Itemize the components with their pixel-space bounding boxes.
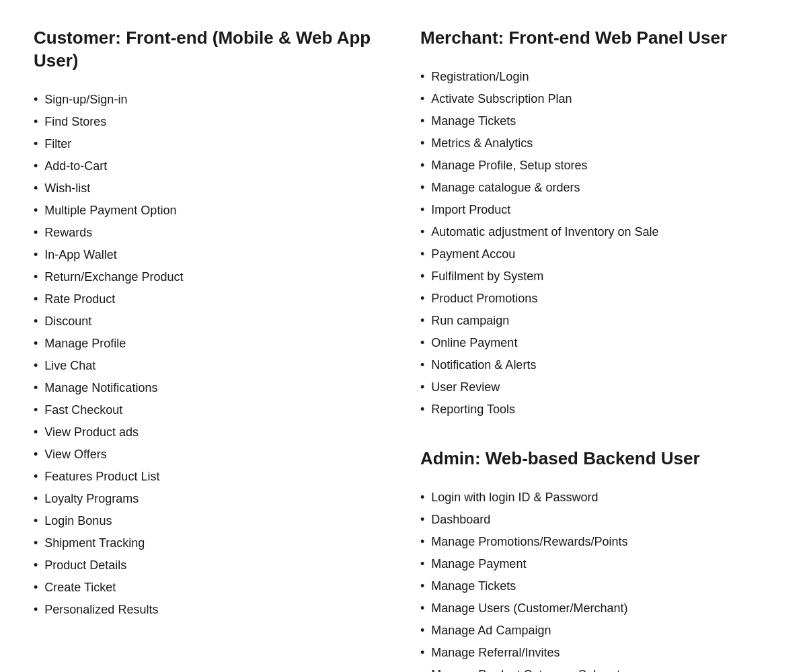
item-text: Return/Exchange Product [44, 268, 183, 286]
list-item: •Features Product List [34, 466, 387, 488]
list-item: •Sign-up/Sign-in [34, 89, 387, 111]
bullet-icon: • [420, 334, 424, 352]
bullet-icon: • [34, 312, 38, 331]
bullet-icon: • [420, 644, 424, 662]
item-text: Personalized Results [44, 601, 158, 619]
item-text: View Offers [44, 446, 106, 464]
bullet-icon: • [34, 246, 38, 264]
item-text: View Product ads [44, 423, 139, 442]
item-text: Find Stores [44, 113, 106, 131]
item-text: Manage Profile [44, 335, 126, 353]
list-item: •Payment Accou [420, 243, 773, 265]
list-item: •Loyalty Programs [34, 488, 387, 510]
bullet-icon: • [34, 534, 38, 552]
item-text: Import Product [431, 201, 510, 219]
item-text: Registration/Login [431, 68, 529, 86]
list-item: •Manage Payment [420, 553, 773, 575]
item-text: Fast Checkout [44, 401, 122, 419]
list-item: •Live Chat [34, 355, 387, 377]
list-item: •Wish-list [34, 177, 387, 200]
merchant-title: Merchant: Front-end Web Panel User [420, 27, 773, 50]
list-item: •Registration/Login [420, 66, 773, 88]
bullet-icon: • [420, 401, 424, 419]
bullet-icon: • [34, 290, 38, 308]
bullet-icon: • [34, 91, 38, 109]
bullet-icon: • [420, 267, 424, 286]
list-item: •Filter [34, 133, 387, 155]
list-item: •Manage Referral/Invites [420, 642, 773, 664]
bullet-icon: • [34, 202, 38, 220]
bullet-icon: • [420, 577, 424, 595]
bullet-icon: • [34, 468, 38, 486]
merchant-admin-column: Merchant: Front-end Web Panel User •Regi… [407, 27, 773, 672]
item-text: Add-to-Cart [44, 157, 107, 175]
list-item: •Rate Product [34, 288, 387, 310]
bullet-icon: • [34, 113, 38, 131]
bullet-icon: • [34, 512, 38, 530]
item-text: Metrics & Analytics [431, 134, 533, 153]
bullet-icon: • [34, 135, 38, 153]
list-item: •In-App Wallet [34, 244, 387, 266]
merchant-feature-list: •Registration/Login•Activate Subscriptio… [420, 66, 773, 421]
item-text: Multiple Payment Option [44, 202, 176, 220]
list-item: •Shipment Tracking [34, 532, 387, 554]
list-item: •Manage Tickets [420, 575, 773, 597]
item-text: Fulfilment by System [431, 267, 543, 286]
bullet-icon: • [420, 533, 424, 551]
item-text: Rate Product [44, 290, 115, 308]
bullet-icon: • [420, 68, 424, 86]
list-item: •Manage Profile [34, 333, 387, 355]
list-item: •Dashboard [420, 509, 773, 531]
bullet-icon: • [34, 335, 38, 353]
list-item: •Fulfilment by System [420, 265, 773, 288]
bullet-icon: • [34, 490, 38, 508]
item-text: Manage Tickets [431, 112, 516, 130]
bullet-icon: • [34, 446, 38, 464]
item-text: Manage Users (Customer/Merchant) [431, 599, 627, 618]
list-item: •Manage Promotions/Rewards/Points [420, 531, 773, 553]
item-text: Manage Tickets [431, 577, 516, 595]
list-item: •Product Promotions [420, 288, 773, 310]
bullet-icon: • [420, 378, 424, 396]
list-item: •Create Ticket [34, 577, 387, 599]
bullet-icon: • [34, 157, 38, 175]
bullet-icon: • [34, 423, 38, 442]
item-text: Activate Subscription Plan [431, 90, 572, 108]
list-item: •Add-to-Cart [34, 155, 387, 177]
list-item: •Run campaign [420, 310, 773, 332]
list-item: •Product Details [34, 554, 387, 577]
list-item: •Discount [34, 310, 387, 333]
list-item: •Return/Exchange Product [34, 266, 387, 288]
list-item: •Login Bonus [34, 510, 387, 532]
bullet-icon: • [34, 379, 38, 397]
bullet-icon: • [420, 112, 424, 130]
item-text: Online Payment [431, 334, 517, 352]
item-text: Notification & Alerts [431, 356, 536, 374]
item-text: Manage Profile, Setup stores [431, 157, 587, 175]
item-text: Live Chat [44, 357, 95, 375]
bullet-icon: • [34, 179, 38, 198]
item-text: Dashboard [431, 511, 490, 529]
list-item: •Personalized Results [34, 599, 387, 621]
list-item: •Find Stores [34, 111, 387, 133]
list-item: •User Review [420, 376, 773, 398]
bullet-icon: • [420, 511, 424, 529]
list-item: •Rewards [34, 222, 387, 244]
bullet-icon: • [420, 666, 424, 672]
item-text: Automatic adjustment of Inventory on Sal… [431, 223, 658, 241]
list-item: •Manage Tickets [420, 110, 773, 132]
item-text: Create Ticket [44, 579, 116, 597]
list-item: •Automatic adjustment of Inventory on Sa… [420, 221, 773, 243]
item-text: Product Promotions [431, 290, 537, 308]
list-item: •Import Product [420, 199, 773, 221]
customer-title: Customer: Front-end (Mobile & Web App Us… [34, 27, 387, 73]
item-text: Filter [44, 135, 71, 153]
list-item: •Online Payment [420, 332, 773, 354]
item-text: Manage Referral/Invites [431, 644, 560, 662]
page-container: Customer: Front-end (Mobile & Web App Us… [34, 27, 773, 672]
item-text: Manage catalogue & orders [431, 179, 580, 197]
bullet-icon: • [420, 223, 424, 241]
item-text: Wish-list [44, 179, 90, 198]
list-item: •Manage catalogue & orders [420, 177, 773, 199]
item-text: Loyalty Programs [44, 490, 139, 508]
